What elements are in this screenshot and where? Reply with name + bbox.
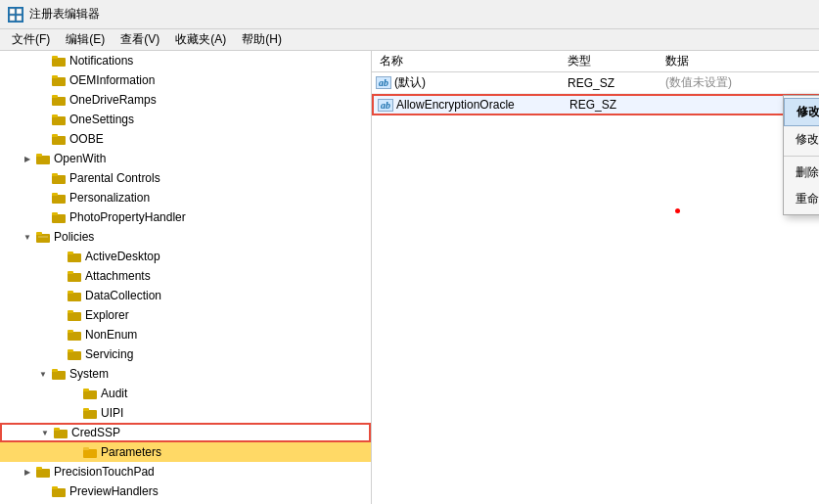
folder-icon <box>51 190 67 206</box>
menu-file[interactable]: 文件(F) <box>4 29 58 50</box>
col-header-name: 名称 <box>372 53 568 69</box>
svg-rect-39 <box>83 390 97 399</box>
folder-icon-parameters <box>82 444 98 460</box>
reg-icon-ab2: ab <box>378 99 393 112</box>
folder-icon <box>51 72 67 88</box>
tree-item-servicing[interactable]: Servicing <box>0 344 371 364</box>
tree-label: DataCollection <box>85 289 161 302</box>
table-row-allowencryptionoracle[interactable]: ab AllowEncryptionOracle REG_SZ <box>372 94 819 115</box>
svg-rect-22 <box>36 234 50 243</box>
tree-item-uipi[interactable]: UIPI <box>0 403 371 423</box>
cell-type-default: REG_SZ <box>568 76 665 90</box>
svg-rect-20 <box>52 214 66 223</box>
context-menu-item-modify-binary[interactable]: 修改二进制数据(B)... <box>784 126 819 153</box>
menu-edit[interactable]: 编辑(E) <box>58 29 113 50</box>
svg-rect-18 <box>52 195 66 204</box>
tree-item-onesettings[interactable]: OneSettings <box>0 110 371 129</box>
tree-pane[interactable]: Notifications OEMInformation OneDriveRam… <box>0 51 372 504</box>
tree-item-photopropertyhandler[interactable]: PhotoPropertyHandler <box>0 207 371 227</box>
svg-rect-32 <box>68 310 73 313</box>
svg-rect-41 <box>83 410 97 419</box>
context-menu: 修改(M)... 修改二进制数据(B)... 删除(D) 重命名(R) <box>783 95 819 215</box>
tree-label-notifications: Notifications <box>69 54 133 68</box>
reg-icon-ab: ab <box>376 76 391 89</box>
app-icon <box>8 7 23 23</box>
tree-item-onedriversamps[interactable]: OneDriveRamps <box>0 90 371 110</box>
tree-item-credssp[interactable]: ▼ CredSSP <box>0 423 371 442</box>
svg-rect-4 <box>52 58 66 67</box>
folder-icon <box>67 346 82 362</box>
tree-item-activedesktop[interactable]: ActiveDesktop <box>0 247 371 266</box>
svg-rect-35 <box>68 351 81 360</box>
svg-rect-14 <box>36 156 50 164</box>
tree-label: OneSettings <box>69 113 134 126</box>
svg-rect-5 <box>52 56 58 59</box>
svg-rect-0 <box>10 9 15 14</box>
tree-item-audit[interactable]: Audit <box>0 384 371 403</box>
folder-icon-open <box>35 229 51 245</box>
svg-rect-25 <box>68 253 81 262</box>
svg-rect-8 <box>52 97 66 106</box>
context-menu-item-delete[interactable]: 删除(D) <box>784 160 819 186</box>
svg-rect-30 <box>68 291 73 294</box>
tree-label: OEMInformation <box>69 73 155 87</box>
tree-label-uipi: UIPI <box>101 406 123 420</box>
tree-item-nonenum[interactable]: NonEnum <box>0 325 371 344</box>
folder-icon <box>82 405 98 421</box>
tree-item-personalization[interactable]: Personalization <box>0 188 371 207</box>
tree-item-datacollection[interactable]: DataCollection <box>0 286 371 305</box>
tree-item-precisiontouchpad[interactable]: ▶ PrecisionTouchPad <box>0 462 371 481</box>
svg-rect-42 <box>83 408 89 411</box>
tree-item-oeminformation[interactable]: OEMInformation <box>0 70 371 90</box>
svg-rect-15 <box>36 154 42 157</box>
context-menu-item-modify-label: 修改(M)... <box>796 105 819 118</box>
svg-rect-47 <box>36 469 50 478</box>
svg-rect-17 <box>52 173 58 176</box>
cell-label-default: (默认) <box>394 74 426 91</box>
folder-icon <box>51 112 67 127</box>
svg-rect-13 <box>52 134 58 137</box>
tree-item-policies[interactable]: ▼ Policies <box>0 227 371 247</box>
tree-item-previewhandlers[interactable]: PreviewHandlers <box>0 481 371 501</box>
tree-label-previewhandlers: PreviewHandlers <box>69 484 159 498</box>
menu-help[interactable]: 帮助(H) <box>234 29 290 50</box>
tree-item-openwith[interactable]: ▶ OpenWith <box>0 149 371 168</box>
table-row-default[interactable]: ab (默认) REG_SZ (数值未设置) <box>372 72 819 94</box>
tree-label: Personalization <box>69 191 150 205</box>
tree-label-parameters: Parameters <box>101 445 161 459</box>
folder-icon <box>82 386 98 401</box>
expand-notifications <box>35 53 51 69</box>
svg-rect-1 <box>17 9 22 14</box>
tree-label: ActiveDesktop <box>85 250 160 263</box>
red-indicator <box>675 203 680 216</box>
tree-item-system[interactable]: ▼ System <box>0 364 371 384</box>
svg-rect-50 <box>52 486 58 489</box>
folder-icon <box>35 151 51 166</box>
tree-item-notifications[interactable]: Notifications <box>0 51 371 70</box>
folder-icon <box>67 288 82 303</box>
svg-rect-10 <box>52 116 66 125</box>
context-menu-item-rename[interactable]: 重命名(R) <box>784 186 819 212</box>
cell-name-allowencryptionoracle: ab AllowEncryptionOracle <box>374 98 569 112</box>
cell-data-default: (数值未设置) <box>665 74 819 91</box>
menu-favorites[interactable]: 收藏夹(A) <box>167 29 234 50</box>
tree-item-explorer[interactable]: Explorer <box>0 305 371 325</box>
table-header: 名称 类型 数据 <box>372 51 819 72</box>
tree-label: Parental Controls <box>69 171 160 185</box>
svg-rect-40 <box>83 389 89 391</box>
menu-view[interactable]: 查看(V) <box>113 29 167 50</box>
tree-item-oobe[interactable]: OOBE <box>0 129 371 149</box>
folder-icon-credssp <box>53 425 68 440</box>
folder-icon <box>67 327 82 343</box>
tree-item-parentalcontrols[interactable]: Parental Controls <box>0 168 371 188</box>
col-header-type: 类型 <box>568 53 665 69</box>
tree-label: PhotoPropertyHandler <box>69 210 186 224</box>
context-menu-item-modify[interactable]: 修改(M)... <box>784 98 819 126</box>
right-pane: 名称 类型 数据 ab (默认) REG_SZ (数值未设置) ab Allow… <box>372 51 819 504</box>
svg-rect-34 <box>68 330 73 333</box>
svg-rect-43 <box>54 430 68 438</box>
tree-item-parameters[interactable]: Parameters <box>0 442 371 462</box>
cell-label-allowencryptionoracle: AllowEncryptionOracle <box>396 98 515 112</box>
folder-icon-notifications <box>51 53 67 69</box>
tree-item-attachments[interactable]: Attachments <box>0 266 371 286</box>
